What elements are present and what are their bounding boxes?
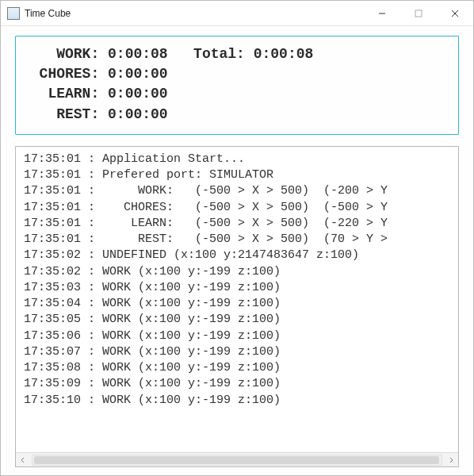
titlebar[interactable]: Time Cube bbox=[1, 1, 473, 26]
log-line: 17:35:09 : WORK (x:100 y:-199 z:100) bbox=[24, 376, 452, 392]
rest-label: REST: bbox=[56, 106, 99, 122]
scroll-thumb[interactable] bbox=[34, 456, 439, 464]
log-line: 17:35:07 : WORK (x:100 y:-199 z:100) bbox=[24, 344, 452, 360]
total-label: Total: bbox=[193, 46, 245, 62]
log-line: 17:35:08 : WORK (x:100 y:-199 z:100) bbox=[24, 360, 452, 376]
app-icon bbox=[7, 7, 20, 20]
log-line: 17:35:04 : WORK (x:100 y:-199 z:100) bbox=[24, 296, 452, 312]
summary-row-work: WORK: 0:00:08 Total: 0:00:08 bbox=[22, 44, 452, 64]
chevron-left-icon bbox=[20, 457, 26, 463]
window-title: Time Cube bbox=[25, 8, 71, 19]
close-icon bbox=[451, 10, 459, 17]
log-line: 17:35:02 : WORK (x:100 y:-199 z:100) bbox=[24, 264, 452, 280]
log-line: 17:35:01 : REST: (-500 > X > 500) (70 > … bbox=[24, 232, 452, 248]
learn-value: 0:00:00 bbox=[108, 86, 168, 102]
minimize-button[interactable] bbox=[364, 1, 400, 26]
log-line: 17:35:01 : CHORES: (-500 > X > 500) (-50… bbox=[24, 200, 452, 216]
log-line: 17:35:01 : LEARN: (-500 > X > 500) (-220… bbox=[24, 216, 452, 232]
svg-rect-1 bbox=[415, 10, 422, 17]
log-line: 17:35:02 : UNDEFINED (x:100 y:2147483647… bbox=[24, 248, 452, 263]
log-line: 17:35:05 : WORK (x:100 y:-199 z:100) bbox=[24, 312, 452, 328]
chores-value: 0:00:00 bbox=[108, 66, 168, 82]
total-value: 0:00:08 bbox=[254, 46, 314, 62]
maximize-icon bbox=[415, 10, 422, 17]
summary-row-learn: LEARN: 0:00:00 bbox=[22, 84, 452, 104]
summary-row-rest: REST: 0:00:00 bbox=[22, 105, 452, 125]
maximize-button[interactable] bbox=[400, 1, 437, 26]
client-area: WORK: 0:00:08 Total: 0:00:08 CHORES: 0:0… bbox=[1, 26, 473, 475]
scroll-track[interactable] bbox=[32, 455, 442, 466]
log-line: 17:35:01 : Prefered port: SIMULATOR bbox=[24, 167, 452, 183]
window: Time Cube WORK: 0:00:08 Total: 0:00:08 C… bbox=[0, 0, 474, 476]
rest-value: 0:00:00 bbox=[108, 106, 168, 122]
chores-label: CHORES: bbox=[40, 66, 100, 82]
summary-panel: WORK: 0:00:08 Total: 0:00:08 CHORES: 0:0… bbox=[15, 36, 459, 135]
scroll-left-button[interactable] bbox=[16, 453, 30, 467]
work-value: 0:00:08 bbox=[108, 46, 168, 62]
log-panel: 17:35:01 : Application Start...17:35:01 … bbox=[15, 146, 459, 467]
close-button[interactable] bbox=[437, 1, 473, 26]
log-line: 17:35:01 : Application Start... bbox=[24, 152, 452, 167]
work-label: WORK: bbox=[56, 46, 99, 62]
log-line: 17:35:10 : WORK (x:100 y:-199 z:100) bbox=[24, 393, 452, 409]
scroll-right-button[interactable] bbox=[444, 453, 458, 467]
chevron-right-icon bbox=[448, 457, 454, 463]
learn-label: LEARN: bbox=[48, 86, 99, 102]
log-line: 17:35:01 : WORK: (-500 > X > 500) (-200 … bbox=[24, 183, 452, 199]
minimize-icon bbox=[378, 10, 386, 17]
horizontal-scrollbar[interactable] bbox=[16, 452, 458, 466]
log-line: 17:35:06 : WORK (x:100 y:-199 z:100) bbox=[24, 328, 452, 344]
log-line: 17:35:03 : WORK (x:100 y:-199 z:100) bbox=[24, 280, 452, 296]
summary-row-chores: CHORES: 0:00:00 bbox=[22, 64, 452, 84]
log-output[interactable]: 17:35:01 : Application Start...17:35:01 … bbox=[16, 147, 458, 452]
